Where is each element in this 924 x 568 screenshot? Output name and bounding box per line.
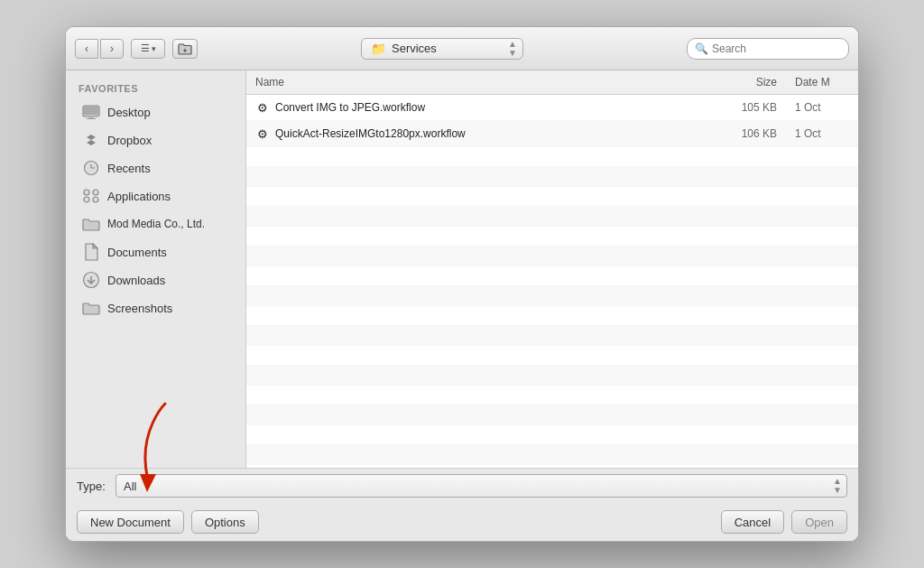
main-content: Favorites Desktop [66,70,858,468]
file-size-0: 105 KB [714,99,786,116]
empty-row-5 [246,247,858,266]
svg-rect-4 [88,116,94,118]
empty-row-12 [246,386,858,405]
mod-media-icon [82,215,100,233]
new-folder-button[interactable] [172,39,198,59]
chevron-down-icon: ▾ [152,44,156,53]
empty-row-3 [246,207,858,227]
file-date-1: 1 Oct [786,126,858,142]
desktop-label: Desktop [107,106,151,119]
sidebar-item-documents[interactable]: Documents [69,238,242,265]
downloads-icon [82,271,100,289]
search-input[interactable] [712,42,841,55]
svg-rect-3 [83,107,99,115]
sidebar-item-dropbox[interactable]: Dropbox [69,126,242,154]
search-bar[interactable]: 🔍 [687,38,849,60]
workflow-icon-1: ⚙ [255,126,270,141]
type-label: Type: [77,480,108,493]
sidebar-item-desktop[interactable]: Desktop [69,98,242,126]
empty-row-8 [246,306,858,326]
empty-row-9 [246,326,858,346]
button-row: New Document Options Cancel Open [66,503,858,541]
finder-window: ‹ › ☰ ▾ 📁 Services ▲▼ 🔍 [65,26,859,542]
empty-row-2 [246,187,858,207]
empty-row-11 [246,366,858,386]
empty-row-6 [246,266,858,286]
documents-icon [82,243,100,261]
screenshots-label: Screenshots [107,302,172,315]
dropbox-icon [82,131,100,149]
empty-row-15 [246,445,858,465]
file-list-header: Name Size Date M [246,70,858,95]
sidebar: Favorites Desktop [66,70,246,468]
bottom-bar: Type: All Workflows Actions ▲▼ New Docum… [66,468,858,541]
file-name-1: ⚙ QuickAct-ResizeIMGto1280px.workflow [246,125,714,143]
favorites-section-title: Favorites [66,79,245,98]
location-label: Services [392,42,437,55]
file-date-0: 1 Oct [786,99,858,116]
type-select[interactable]: All Workflows Actions [116,474,847,498]
new-document-button[interactable]: New Document [77,510,184,534]
empty-row-10 [246,346,858,366]
file-size-1: 106 KB [714,126,786,142]
nav-buttons: ‹ › [75,39,124,59]
type-row: Type: All Workflows Actions ▲▼ [66,469,858,503]
location-bar: 📁 Services ▲▼ [205,38,679,60]
column-name: Name [246,74,714,90]
dropbox-label: Dropbox [107,134,152,147]
empty-row-4 [246,227,858,247]
folder-icon: 📁 [371,42,386,56]
file-row-0[interactable]: ⚙ Convert IMG to JPEG.workflow 105 KB 1 … [246,95,858,121]
location-dropdown[interactable]: 📁 Services ▲▼ [361,38,523,60]
column-date: Date M [786,74,858,90]
file-name-0: ⚙ Convert IMG to JPEG.workflow [246,98,714,116]
mod-media-label: Mod Media Co., Ltd. [107,218,205,230]
sidebar-item-recents[interactable]: Recents [69,154,242,182]
applications-icon [82,187,100,205]
column-size: Size [714,74,786,90]
svg-point-12 [84,197,89,202]
workflow-icon-0: ⚙ [255,100,270,115]
sidebar-item-downloads[interactable]: Downloads [69,266,242,293]
type-select-wrapper: All Workflows Actions ▲▼ [116,474,847,498]
screenshots-icon [82,299,100,317]
file-row-1[interactable]: ⚙ QuickAct-ResizeIMGto1280px.workflow 10… [246,121,858,147]
options-button[interactable]: Options [191,510,259,534]
svg-rect-5 [87,118,96,119]
recents-icon [82,159,100,177]
sidebar-item-mod-media[interactable]: Mod Media Co., Ltd. [69,210,242,237]
empty-row-13 [246,405,858,425]
svg-marker-6 [87,135,96,145]
empty-row-14 [246,425,858,445]
forward-button[interactable]: › [100,39,124,59]
svg-point-13 [93,197,98,202]
svg-point-11 [93,190,98,195]
cancel-button[interactable]: Cancel [721,510,784,534]
empty-row-0 [246,147,858,167]
view-button[interactable]: ☰ ▾ [131,39,165,59]
desktop-icon [82,103,100,121]
empty-row-7 [246,286,858,306]
titlebar: ‹ › ☰ ▾ 📁 Services ▲▼ 🔍 [66,27,858,70]
sidebar-item-screenshots[interactable]: Screenshots [69,294,242,321]
view-icon: ☰ [141,42,150,54]
open-button[interactable]: Open [791,510,847,534]
recents-label: Recents [107,162,151,175]
downloads-label: Downloads [107,274,165,287]
chevrons-icon: ▲▼ [508,40,517,58]
back-button[interactable]: ‹ [75,39,98,59]
sidebar-item-applications[interactable]: Applications [69,182,242,210]
file-list: Name Size Date M ⚙ Convert IMG to JPEG.w… [246,70,858,468]
svg-point-10 [84,190,89,195]
applications-label: Applications [107,190,171,203]
documents-label: Documents [107,246,167,259]
empty-row-1 [246,167,858,187]
search-icon: 🔍 [695,42,708,55]
